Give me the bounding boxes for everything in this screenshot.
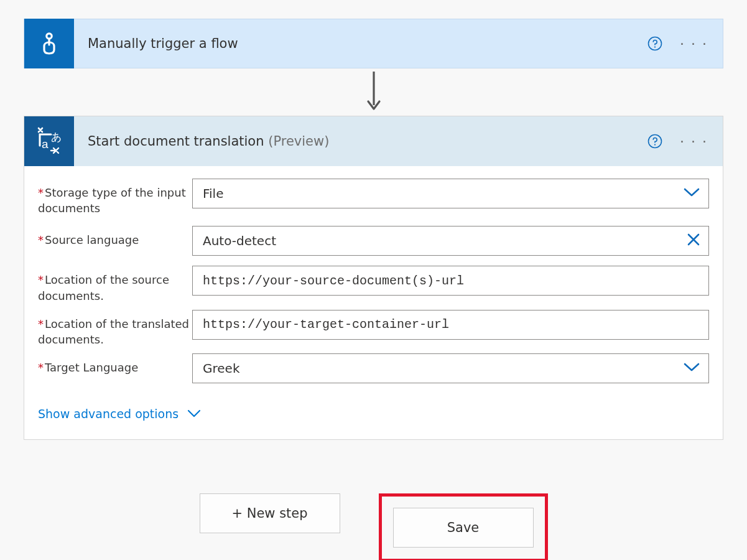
target-location-input[interactable]: https://your-target-container-url xyxy=(192,310,709,340)
field-label: *Target Language xyxy=(38,353,192,375)
help-icon[interactable] xyxy=(647,134,662,149)
svg-point-2 xyxy=(654,47,656,48)
field-label: *Location of the translated documents. xyxy=(38,310,192,347)
more-menu-button[interactable]: · · · xyxy=(677,36,710,52)
flow-canvas: Manually trigger a flow · · · xyxy=(24,19,723,560)
action-title: Start document translation (Preview) xyxy=(74,134,329,149)
svg-text:a: a xyxy=(42,138,49,151)
field-storage-type: *Storage type of the input documents Fil… xyxy=(38,179,709,216)
show-advanced-options-link[interactable]: Show advanced options xyxy=(38,407,201,421)
action-preview-tag: (Preview) xyxy=(268,134,329,149)
action-card: a あ Start document translation (Preview) xyxy=(24,116,723,440)
source-location-input[interactable]: https://your-source-document(s)-url xyxy=(192,266,709,296)
field-target-location: *Location of the translated documents. h… xyxy=(38,310,709,347)
field-label: *Source language xyxy=(38,226,192,248)
field-label: *Storage type of the input documents xyxy=(38,179,192,216)
save-button[interactable]: Save xyxy=(393,508,534,548)
svg-text:あ: あ xyxy=(51,131,62,143)
field-target-language: *Target Language Greek xyxy=(38,353,709,383)
svg-point-7 xyxy=(654,144,656,146)
chevron-down-icon xyxy=(187,409,201,418)
bottom-button-row: + New step Save xyxy=(200,493,548,560)
save-button-highlight: Save xyxy=(379,493,548,560)
field-source-language: *Source language Auto-detect xyxy=(38,226,709,256)
new-step-button[interactable]: + New step xyxy=(200,493,340,533)
manual-trigger-icon xyxy=(24,19,74,68)
trigger-title: Manually trigger a flow xyxy=(74,36,238,51)
help-icon[interactable] xyxy=(647,36,662,51)
action-title-text: Start document translation xyxy=(88,134,264,149)
field-source-location: *Location of the source documents. https… xyxy=(38,266,709,303)
trigger-card[interactable]: Manually trigger a flow · · · xyxy=(24,19,723,68)
target-language-select[interactable]: Greek xyxy=(192,353,709,383)
source-language-select[interactable]: Auto-detect xyxy=(192,226,709,256)
translate-icon: a あ xyxy=(24,116,74,166)
connector-arrow xyxy=(364,68,383,116)
chevron-down-icon[interactable] xyxy=(683,187,700,200)
action-header[interactable]: a あ Start document translation (Preview) xyxy=(24,116,723,166)
chevron-down-icon[interactable] xyxy=(683,362,700,375)
storage-type-select[interactable]: File xyxy=(192,179,709,208)
more-menu-button[interactable]: · · · xyxy=(677,134,710,149)
field-label: *Location of the source documents. xyxy=(38,266,192,303)
clear-icon[interactable] xyxy=(687,233,700,249)
